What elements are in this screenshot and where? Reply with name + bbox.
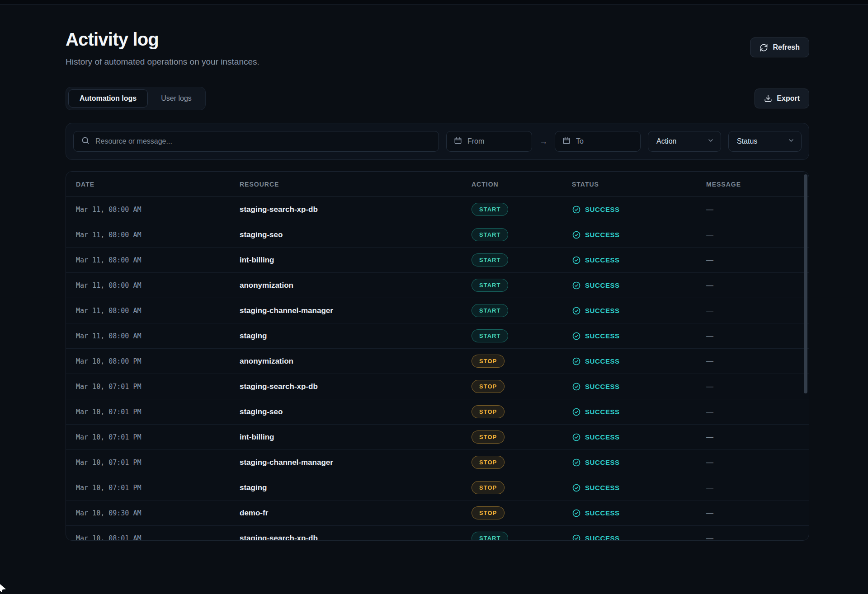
row-date: Mar 11, 08:00 AM <box>76 307 240 315</box>
table-row: Mar 11, 08:00 AM staging-channel-manager… <box>66 298 809 323</box>
row-message: — <box>706 408 809 416</box>
status-label: SUCCESS <box>585 534 620 541</box>
action-badge: START <box>472 304 508 317</box>
row-resource: staging-channel-manager <box>240 458 472 467</box>
row-status: SUCCESS <box>572 230 706 239</box>
column-header-message: Message <box>706 181 809 188</box>
row-action: START <box>472 304 572 317</box>
row-status: SUCCESS <box>572 205 706 214</box>
row-message: — <box>706 281 809 290</box>
export-button[interactable]: Export <box>755 89 809 108</box>
table-row: Mar 11, 08:00 AM staging-search-xp-db ST… <box>66 197 809 222</box>
status-label: SUCCESS <box>585 307 620 314</box>
log-tabs: Automation logs User logs <box>66 87 206 110</box>
toolbar-row: Automation logs User logs Export <box>66 87 809 110</box>
check-circle-icon <box>572 205 581 214</box>
date-from-placeholder: From <box>467 137 484 145</box>
tab-automation-logs[interactable]: Automation logs <box>68 89 148 108</box>
row-status: SUCCESS <box>572 332 706 341</box>
action-badge: STOP <box>472 456 505 469</box>
row-message: — <box>706 534 809 541</box>
tab-user-logs[interactable]: User logs <box>150 89 203 108</box>
row-date: Mar 11, 08:00 AM <box>76 332 240 340</box>
check-circle-icon <box>572 230 581 239</box>
action-badge: STOP <box>472 405 505 418</box>
check-circle-icon <box>572 256 581 265</box>
row-action: STOP <box>472 380 572 393</box>
row-message: — <box>706 332 809 340</box>
table-row: Mar 10, 08:01 AM staging-search-xp-db ST… <box>66 526 809 541</box>
row-resource: staging-search-xp-db <box>240 205 472 214</box>
row-action: STOP <box>472 506 572 519</box>
row-resource: int-billing <box>240 256 472 265</box>
action-badge: STOP <box>472 481 505 494</box>
chevron-down-icon <box>788 137 795 146</box>
row-message: — <box>706 509 809 517</box>
column-header-status: Status <box>572 181 706 188</box>
row-resource: staging-channel-manager <box>240 306 472 315</box>
row-action: STOP <box>472 355 572 368</box>
action-badge: START <box>472 203 508 216</box>
status-label: SUCCESS <box>585 357 620 365</box>
row-date: Mar 10, 07:01 PM <box>76 408 240 416</box>
row-date: Mar 10, 07:01 PM <box>76 484 240 492</box>
table-scrollbar[interactable] <box>804 173 807 538</box>
status-filter-label: Status <box>737 137 757 145</box>
row-resource: staging-seo <box>240 230 472 239</box>
scrollbar-thumb[interactable] <box>804 174 807 393</box>
column-header-date: Date <box>76 181 240 188</box>
action-badge: START <box>472 253 508 267</box>
top-border <box>0 0 868 5</box>
column-header-resource: Resource <box>240 181 472 188</box>
calendar-icon <box>562 136 571 146</box>
status-label: SUCCESS <box>585 256 620 264</box>
table-header-row: Date Resource Action Status Message <box>66 172 809 197</box>
row-date: Mar 10, 07:01 PM <box>76 433 240 441</box>
date-from-input[interactable]: From <box>446 131 532 152</box>
status-label: SUCCESS <box>585 332 620 340</box>
check-circle-icon <box>572 306 581 315</box>
row-action: STOP <box>472 430 572 444</box>
row-date: Mar 10, 09:30 AM <box>76 509 240 517</box>
row-action: STOP <box>472 405 572 418</box>
action-badge: STOP <box>472 430 505 444</box>
check-circle-icon <box>572 382 581 391</box>
refresh-button[interactable]: Refresh <box>750 37 809 57</box>
table-row: Mar 11, 08:00 AM staging START SUCCESS — <box>66 323 809 349</box>
row-resource: demo-fr <box>240 509 472 518</box>
filter-bar: From → To Action Status <box>66 123 809 160</box>
row-message: — <box>706 231 809 239</box>
status-label: SUCCESS <box>585 231 620 239</box>
date-to-placeholder: To <box>576 137 584 145</box>
row-action: STOP <box>472 456 572 469</box>
table-row: Mar 10, 07:01 PM staging-channel-manager… <box>66 450 809 475</box>
row-action: START <box>472 253 572 267</box>
action-badge: STOP <box>472 506 505 519</box>
action-badge: STOP <box>472 380 505 393</box>
action-badge: START <box>472 329 508 342</box>
page-title: Activity log <box>66 29 259 50</box>
row-status: SUCCESS <box>572 382 706 391</box>
row-status: SUCCESS <box>572 509 706 518</box>
chevron-down-icon <box>707 137 714 146</box>
row-status: SUCCESS <box>572 483 706 492</box>
row-message: — <box>706 458 809 467</box>
status-filter-select[interactable]: Status <box>728 131 802 152</box>
page-subtitle: History of automated operations on your … <box>66 57 259 67</box>
row-status: SUCCESS <box>572 433 706 442</box>
row-message: — <box>706 357 809 365</box>
table-row: Mar 10, 08:00 PM anonymization STOP SUCC… <box>66 349 809 374</box>
activity-log-table: Date Resource Action Status Message Mar … <box>66 171 809 541</box>
table-row: Mar 10, 07:01 PM int-billing STOP SUCCES… <box>66 425 809 450</box>
action-filter-select[interactable]: Action <box>648 131 721 152</box>
row-resource: anonymization <box>240 357 472 366</box>
row-status: SUCCESS <box>572 306 706 315</box>
status-label: SUCCESS <box>585 433 620 441</box>
row-date: Mar 11, 08:00 AM <box>76 206 240 214</box>
date-to-input[interactable]: To <box>555 131 641 152</box>
action-badge: START <box>472 279 508 292</box>
row-action: START <box>472 228 572 241</box>
page-header: Activity log History of automated operat… <box>66 29 809 67</box>
search-input[interactable] <box>95 137 431 145</box>
action-badge: START <box>472 532 508 541</box>
